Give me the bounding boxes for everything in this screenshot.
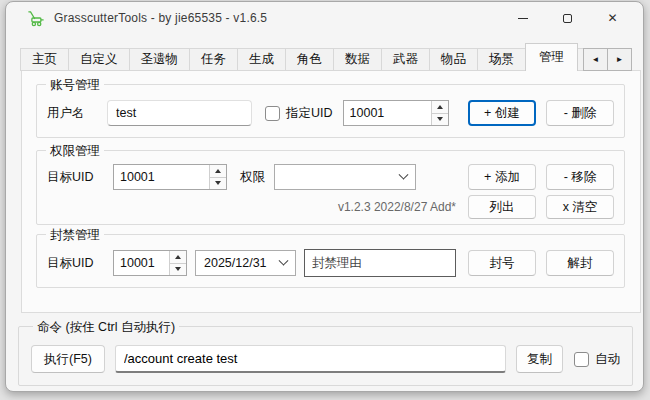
maximize-button[interactable] [545, 2, 590, 34]
ban-date-value: 2025/12/31 [204, 256, 267, 270]
title-bar: GrasscutterTools - by jie65535 - v1.6.5 … [6, 2, 643, 34]
perm-label: 权限 [240, 169, 265, 186]
account-group: 账号管理 用户名 指定UID + 创建 - 删除 [36, 84, 625, 138]
spinner-arrows [431, 101, 448, 125]
close-button[interactable]: ✕ [590, 2, 635, 34]
create-account-button[interactable]: + 创建 [468, 100, 536, 126]
ban-uid-spinner[interactable] [113, 250, 187, 276]
ban-reason-input[interactable] [304, 249, 456, 277]
permission-combobox[interactable] [274, 164, 416, 190]
permission-group: 权限管理 目标UID 权限 + 添加 - 移除 [36, 150, 625, 225]
spinner-arrows [209, 165, 226, 189]
delete-account-button[interactable]: - 删除 [546, 100, 614, 126]
spinner-arrows [169, 251, 186, 275]
close-icon: ✕ [607, 12, 617, 24]
list-permission-button[interactable]: 列出 [468, 195, 536, 219]
ban-button[interactable]: 封号 [468, 250, 536, 276]
copy-command-button[interactable]: 复制 [516, 345, 563, 373]
minimize-icon [518, 18, 528, 19]
tab-item[interactable]: 角色 [285, 48, 334, 71]
tab-item[interactable]: 管理 [525, 43, 578, 71]
left-arrow-icon: ◄ [592, 55, 600, 64]
tab-item[interactable]: 物品 [429, 48, 478, 71]
tab-bar: 主页自定义圣遗物任务生成角色数据武器物品场景管理关于 [21, 46, 626, 71]
ban-group-title: 封禁管理 [46, 227, 104, 244]
add-permission-button[interactable]: + 添加 [468, 164, 536, 190]
spin-down-icon[interactable] [432, 114, 448, 126]
ban-uid-input[interactable] [114, 251, 169, 275]
run-command-button[interactable]: 执行(F5) [31, 345, 105, 373]
command-input[interactable] [115, 345, 506, 373]
spin-up-icon[interactable] [210, 165, 226, 178]
permission-group-title: 权限管理 [46, 143, 104, 160]
tab-item[interactable]: 自定义 [68, 48, 130, 71]
chevron-down-icon [399, 169, 409, 179]
specify-uid-label: 指定UID [286, 105, 333, 122]
tab-item[interactable]: 场景 [477, 48, 526, 71]
auto-execute-checkbox[interactable] [574, 352, 589, 367]
app-window: GrasscutterTools - by jie65535 - v1.6.5 … [5, 1, 644, 392]
specify-uid-checkbox[interactable] [265, 106, 280, 121]
tab-scroll-right-button[interactable]: ► [607, 48, 632, 71]
minimize-button[interactable] [500, 2, 545, 34]
right-arrow-icon: ► [616, 55, 624, 64]
tab-item[interactable]: 武器 [381, 48, 430, 71]
grasscutter-mower-icon [26, 9, 45, 28]
command-group-title: 命令 (按住 Ctrl 自动执行) [33, 319, 179, 336]
spin-down-icon[interactable] [210, 178, 226, 190]
account-group-title: 账号管理 [46, 77, 104, 94]
ban-group: 封禁管理 目标UID 2025/12/31 封号 解封 [36, 234, 625, 288]
auto-execute-label: 自动 [595, 351, 620, 368]
spin-down-icon[interactable] [170, 264, 186, 276]
tab-item[interactable]: 生成 [237, 48, 286, 71]
account-uid-input[interactable] [344, 101, 431, 125]
tab-item[interactable]: 数据 [333, 48, 382, 71]
username-label: 用户名 [47, 105, 99, 122]
chevron-down-icon [279, 255, 289, 265]
command-group: 命令 (按住 Ctrl 自动执行) 执行(F5) 复制 自动 [18, 326, 633, 386]
spin-up-icon[interactable] [432, 101, 448, 114]
username-input[interactable] [107, 100, 252, 126]
permission-version-note: v1.2.3 2022/8/27 Add* [338, 200, 456, 214]
maximize-icon [563, 14, 572, 23]
ban-date-picker[interactable]: 2025/12/31 [195, 250, 296, 276]
tab-scroll-buttons: ◄ ► [584, 48, 632, 71]
account-uid-spinner[interactable] [343, 100, 449, 126]
window-title: GrasscutterTools - by jie65535 - v1.6.5 [54, 11, 267, 25]
tab-scroll-left-button[interactable]: ◄ [583, 48, 608, 71]
perm-uid-spinner[interactable] [113, 164, 227, 190]
spin-up-icon[interactable] [170, 251, 186, 264]
perm-target-uid-label: 目标UID [47, 169, 105, 186]
unban-button[interactable]: 解封 [546, 250, 614, 276]
tab-item[interactable]: 圣遗物 [129, 48, 191, 71]
tab-item[interactable]: 任务 [189, 48, 238, 71]
tab-item[interactable]: 主页 [20, 48, 69, 71]
remove-permission-button[interactable]: - 移除 [546, 164, 614, 190]
clear-permission-button[interactable]: x 清空 [546, 195, 614, 219]
command-row: 执行(F5) 复制 自动 [19, 345, 632, 373]
ban-target-uid-label: 目标UID [47, 255, 105, 272]
management-tab-page: 账号管理 用户名 指定UID + 创建 - 删除 权限管 [21, 70, 641, 313]
perm-uid-input[interactable] [114, 165, 209, 189]
